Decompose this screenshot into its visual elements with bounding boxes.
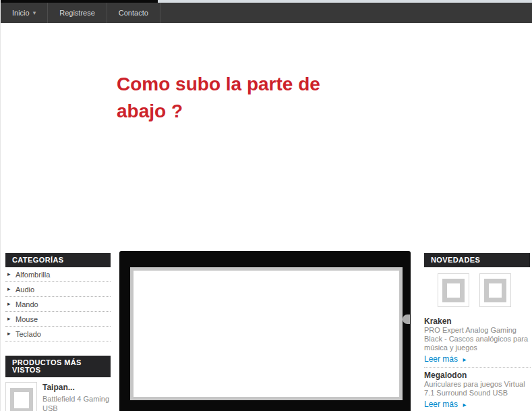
categories-list: ▸ Alfombrilla ▸ Audio ▸ Mando ▸ Mouse ▸ …	[5, 267, 111, 341]
most-viewed-block: PRODUCTOS MÁS VISTOS Taipan... Battlefie…	[5, 356, 111, 411]
nav-item-registrese[interactable]: Registrese	[48, 3, 107, 23]
product-description: Auriculares para juegos Virtual 7.1 Surr…	[424, 380, 531, 398]
arrow-right-icon: ▸	[7, 300, 11, 308]
category-item-teclado[interactable]: ▸ Teclado	[5, 327, 111, 341]
nav-item-label: Contacto	[119, 9, 148, 17]
slider-next-arrow[interactable]	[403, 314, 410, 324]
arrow-right-icon: ▸	[463, 356, 466, 363]
question-heading: Como subo la parte de abajo ?	[117, 71, 331, 125]
slider-image-white-area	[130, 267, 403, 400]
arrow-right-icon: ▸	[7, 285, 11, 293]
new-products-thumbnails	[438, 273, 531, 307]
category-item-mando[interactable]: ▸ Mando	[5, 297, 111, 312]
image-placeholder-icon	[10, 388, 33, 411]
image-placeholder-icon	[484, 279, 506, 302]
new-product-image-megalodon[interactable]	[479, 273, 511, 307]
left-sidebar: CATEGORÍAS ▸ Alfombrilla ▸ Audio ▸ Mando…	[5, 253, 111, 411]
chevron-down-icon: ▾	[33, 9, 36, 16]
read-more-label: Leer más	[424, 400, 458, 409]
category-label: Mouse	[16, 315, 38, 323]
product-name-link[interactable]: Kraken	[424, 317, 531, 326]
nav-item-label: Registrese	[59, 9, 95, 17]
product-description: Battlefield 4 Gaming USB	[42, 394, 111, 411]
category-label: Alfombrilla	[16, 271, 50, 279]
arrow-right-icon: ▸	[7, 329, 11, 337]
category-item-mouse[interactable]: ▸ Mouse	[5, 312, 111, 327]
most-viewed-product: Taipan... Battlefield 4 Gaming USB	[5, 382, 111, 411]
nav-item-inicio[interactable]: Inicio ▾	[1, 3, 48, 23]
image-placeholder-icon	[442, 279, 465, 302]
new-product-entry: Megalodon Auriculares para juegos Virtua…	[424, 371, 531, 410]
product-description: PRO Expert Analog Gaming Black - Cascos …	[424, 326, 531, 352]
read-more-link[interactable]: Leer más ▸	[424, 355, 466, 364]
new-product-image-kraken[interactable]	[438, 273, 469, 307]
category-item-audio[interactable]: ▸ Audio	[5, 282, 111, 297]
new-product-entry: Kraken PRO Expert Analog Gaming Black - …	[424, 317, 531, 364]
right-sidebar: NOVEDADES Kraken PRO Expert Analog Gamin…	[424, 253, 531, 411]
category-label: Teclado	[16, 330, 41, 338]
nav-item-contacto[interactable]: Contacto	[107, 3, 160, 23]
new-products-header: NOVEDADES	[424, 253, 530, 267]
read-more-link[interactable]: Leer más ▸	[424, 400, 466, 409]
category-item-alfombrilla[interactable]: ▸ Alfombrilla	[5, 267, 111, 282]
product-name-link[interactable]: Taipan...	[42, 383, 111, 392]
category-label: Audio	[16, 285, 34, 294]
most-viewed-header: PRODUCTOS MÁS VISTOS	[5, 356, 111, 377]
categories-header: CATEGORÍAS	[5, 253, 111, 267]
homepage-slider-image[interactable]	[119, 251, 411, 411]
product-image[interactable]	[5, 382, 37, 411]
arrow-right-icon: ▸	[7, 270, 11, 278]
product-name-link[interactable]: Megalodon	[424, 371, 531, 380]
product-info: Taipan... Battlefield 4 Gaming USB	[42, 382, 111, 411]
category-label: Mando	[16, 300, 38, 308]
arrow-right-icon: ▸	[463, 401, 466, 408]
arrow-right-icon: ▸	[7, 314, 11, 323]
nav-item-label: Inicio	[12, 9, 30, 17]
top-navbar: Inicio ▾ Registrese Contacto	[1, 3, 532, 23]
read-more-label: Leer más	[424, 354, 458, 364]
divider	[424, 367, 531, 368]
